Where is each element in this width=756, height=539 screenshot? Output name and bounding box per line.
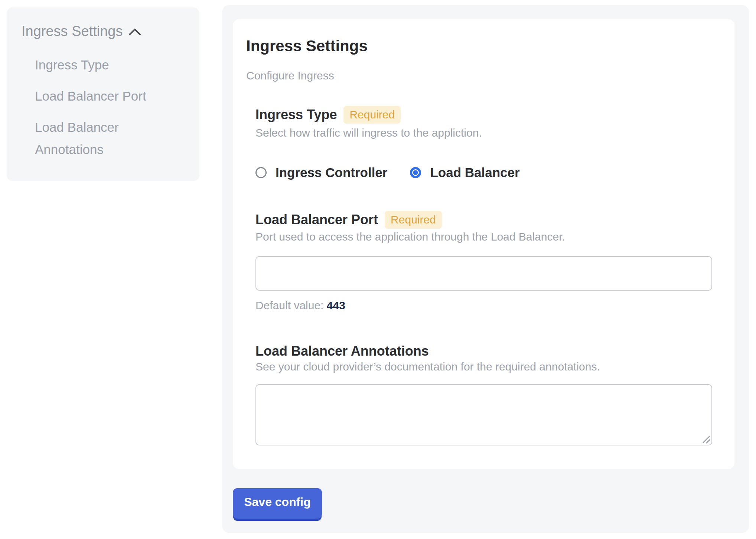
sidebar-section-title: Ingress Settings bbox=[22, 22, 123, 40]
load-balancer-port-label-row: Load Balancer Port Required bbox=[255, 210, 442, 229]
sidebar-item-load-balancer-annotations[interactable]: Load Balancer Annotations bbox=[35, 116, 169, 161]
radio-label-ingress-controller: Ingress Controller bbox=[276, 164, 387, 181]
radio-label-load-balancer: Load Balancer bbox=[430, 164, 519, 181]
default-value-label: Default value: bbox=[255, 299, 323, 311]
required-badge: Required bbox=[343, 106, 401, 124]
ingress-type-radio-group: Ingress Controller Load Balancer bbox=[255, 164, 520, 181]
default-value: 443 bbox=[327, 299, 345, 311]
load-balancer-port-input[interactable] bbox=[255, 256, 712, 291]
sidebar-item-load-balancer-port[interactable]: Load Balancer Port bbox=[35, 85, 169, 107]
load-balancer-port-label: Load Balancer Port bbox=[255, 210, 378, 229]
radio-option-load-balancer[interactable]: Load Balancer bbox=[410, 164, 519, 181]
sidebar-section-ingress-settings[interactable]: Ingress Settings bbox=[22, 22, 185, 40]
load-balancer-annotations-label-row: Load Balancer Annotations bbox=[255, 342, 429, 361]
load-balancer-annotations-textarea[interactable] bbox=[255, 384, 712, 445]
load-balancer-annotations-label: Load Balancer Annotations bbox=[255, 342, 429, 361]
save-config-button[interactable]: Save config bbox=[233, 488, 322, 519]
chevron-up-icon bbox=[128, 28, 141, 36]
required-badge: Required bbox=[385, 211, 442, 229]
settings-sidebar: Ingress Settings Ingress Type Load Balan… bbox=[7, 7, 199, 181]
sidebar-item-ingress-type[interactable]: Ingress Type bbox=[35, 54, 169, 76]
radio-unselected-icon[interactable] bbox=[255, 167, 267, 178]
ingress-type-description: Select how traffic will ingress to the a… bbox=[255, 125, 482, 140]
ingress-type-label-row: Ingress Type Required bbox=[255, 105, 401, 124]
load-balancer-port-description: Port used to access the application thro… bbox=[255, 229, 565, 244]
ingress-settings-card: Ingress Settings Configure Ingress Ingre… bbox=[233, 19, 734, 469]
sidebar-item-list: Ingress Type Load Balancer Port Load Bal… bbox=[22, 54, 185, 161]
page-subtitle: Configure Ingress bbox=[246, 68, 334, 83]
default-value-line: Default value: 443 bbox=[255, 298, 345, 313]
main-panel: Ingress Settings Configure Ingress Ingre… bbox=[222, 5, 749, 533]
load-balancer-annotations-description: See your cloud provider’s documentation … bbox=[255, 359, 600, 374]
radio-option-ingress-controller[interactable]: Ingress Controller bbox=[255, 164, 387, 181]
radio-selected-icon[interactable] bbox=[410, 167, 421, 178]
page-title: Ingress Settings bbox=[246, 36, 368, 56]
ingress-type-label: Ingress Type bbox=[255, 105, 337, 124]
